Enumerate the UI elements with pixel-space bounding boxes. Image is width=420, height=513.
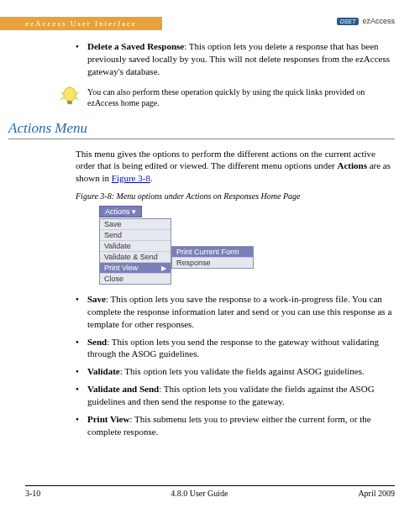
print-view-submenu: Print Current Form Response <box>171 246 254 269</box>
menu-item-validate-send[interactable]: Validate & Send <box>100 252 171 263</box>
bullet-marker: • <box>76 365 87 378</box>
bullet-validate: • Validate: This option lets you validat… <box>76 365 395 378</box>
bullet-delete-saved: • Delete a Saved Response: This option l… <box>76 40 395 78</box>
intro-paragraph: This menu gives the options to perform t… <box>76 148 395 186</box>
header-tab: ezAccess User Interface <box>0 17 162 30</box>
bullet-text: Delete a Saved Response: This option let… <box>87 40 395 78</box>
bullet-marker: • <box>76 293 87 331</box>
svg-rect-1 <box>67 100 72 104</box>
figure-caption: Figure 3-8: Menu options under Actions o… <box>76 191 395 201</box>
bullet-print-view: • Print View: This submenu lets you to p… <box>76 413 395 438</box>
submenu-item-print-current[interactable]: Print Current Form <box>172 247 253 258</box>
logo-text: ezAccess <box>362 17 395 25</box>
svg-point-0 <box>64 87 76 102</box>
svg-rect-3 <box>67 102 72 103</box>
page-header: ezAccess User Interface DSET ezAccess <box>25 17 395 30</box>
footer-center: 4.8.0 User Guide <box>171 489 228 498</box>
bullet-marker: • <box>76 383 87 408</box>
footer-date: April 2009 <box>358 489 395 498</box>
submenu-arrow-icon: ▶ <box>161 264 166 272</box>
tip-text: You can also perform these operation qui… <box>87 86 395 108</box>
actions-dropdown: Save Send Validate Validate & Send Print… <box>99 218 171 285</box>
menu-item-validate[interactable]: Validate <box>100 241 171 252</box>
submenu-item-response[interactable]: Response <box>172 258 253 268</box>
bullet-marker: • <box>76 413 87 438</box>
menu-item-close[interactable]: Close <box>100 274 171 284</box>
bullet-validate-send: • Validate and Send: This option lets yo… <box>76 383 395 408</box>
menu-item-send[interactable]: Send <box>100 230 171 241</box>
menu-screenshot: Actions ▾ Save Send Validate Validate & … <box>99 206 395 285</box>
bullet-marker: • <box>76 336 87 361</box>
footer-page-number: 3-10 <box>25 489 40 498</box>
figure-link[interactable]: Figure 3-8 <box>112 173 150 183</box>
page-footer: 3-10 4.8.0 User Guide April 2009 <box>25 485 395 498</box>
bullet-marker: • <box>76 40 87 78</box>
bullet-save: • Save: This option lets you save the re… <box>76 293 395 331</box>
lightbulb-icon <box>60 86 79 108</box>
menu-item-print-view[interactable]: Print View ▶ <box>100 263 171 274</box>
logo-badge: DSET <box>337 18 360 25</box>
svg-rect-2 <box>67 102 72 102</box>
section-heading: Actions Menu <box>8 120 395 137</box>
bullet-send: • Send: This option lets you send the re… <box>76 336 395 361</box>
bullet-title: Delete a Saved Response <box>87 41 184 51</box>
tip-callout: You can also perform these operation qui… <box>60 86 395 108</box>
heading-rule <box>8 139 395 139</box>
menu-item-save[interactable]: Save <box>100 219 171 230</box>
actions-menu-button[interactable]: Actions ▾ <box>99 206 142 217</box>
header-logo: DSET ezAccess <box>337 17 395 25</box>
